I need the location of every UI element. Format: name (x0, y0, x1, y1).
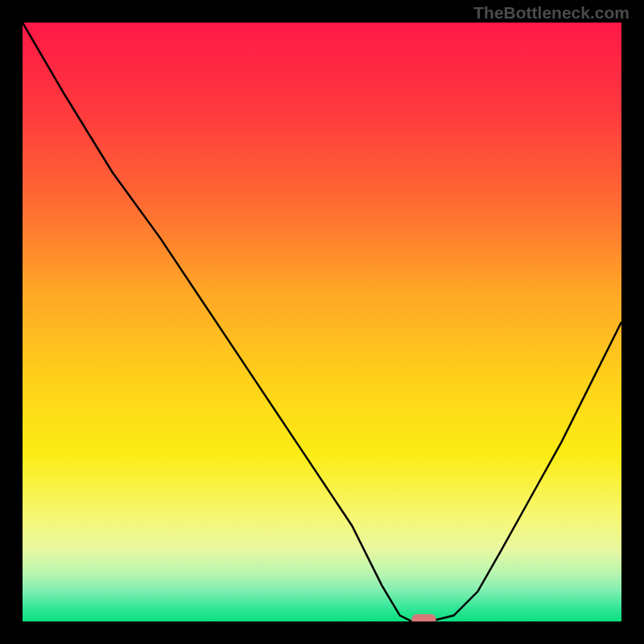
plot-background (23, 23, 621, 621)
chart-svg (0, 0, 644, 644)
watermark-text: TheBottleneck.com (473, 3, 630, 23)
bottleneck-chart (0, 0, 644, 644)
